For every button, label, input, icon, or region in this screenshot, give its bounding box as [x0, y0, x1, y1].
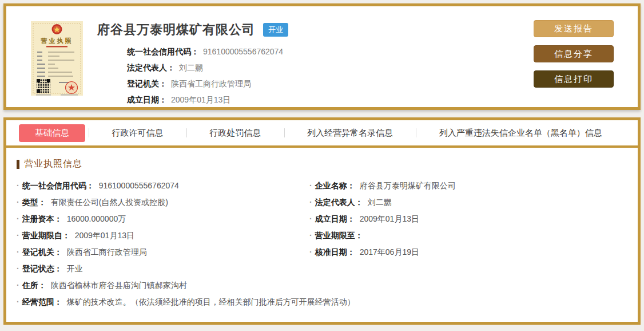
tab-admin-permit-info[interactable]: 行政许可信息	[89, 124, 186, 142]
field-value: 煤矿的技术改造。（依法须经批准的项目，经相关部门批准后方可开展经营活动）	[67, 294, 355, 310]
qr-code-icon	[37, 79, 50, 93]
field-label: 成立日期：	[127, 95, 167, 104]
field-label: 统一社会信用代码：	[127, 47, 199, 56]
tab-basic-info[interactable]: 基础信息	[19, 124, 85, 142]
header-field-legal-rep: 法定代表人：刘二嬲	[97, 60, 534, 76]
company-name: 府谷县万泰明煤矿有限公司	[97, 21, 255, 38]
tab-admin-penalty-info[interactable]: 行政处罚信息	[186, 124, 284, 142]
field-uscc: · 统一社会信用代码： 916100005556762074	[17, 178, 309, 194]
field-label: 企业名称：	[315, 178, 355, 194]
business-license-graphic: 营业执照	[29, 20, 85, 97]
bullet-dot: ·	[309, 227, 312, 244]
bullet-dot: ·	[17, 178, 19, 194]
field-label: 类型：	[22, 194, 46, 211]
field-value: 2009年01月13日	[360, 211, 419, 227]
bullet-dot: ·	[17, 211, 19, 227]
section-title: 营业执照信息	[17, 158, 627, 170]
bullet-dot: ·	[309, 244, 312, 261]
header-actions: 发送报告 信息分享 信息打印	[534, 20, 614, 96]
field-value: 陕西省工商行政管理局	[171, 79, 251, 88]
field-label: 统一社会信用代码：	[22, 178, 94, 194]
field-value: 陕西省榆林市府谷县庙沟门镇郝家沟村	[51, 277, 187, 294]
field-establishment-date: · 成立日期： 2009年01月13日	[309, 211, 627, 227]
bullet-dot: ·	[17, 194, 19, 211]
header-field-est-date: 成立日期：2009年01月13日	[97, 92, 534, 108]
tab-abnormal-operation-info[interactable]: 列入经营异常名录信息	[284, 124, 416, 142]
field-label: 登记机关：	[22, 244, 62, 261]
red-seal-icon	[66, 82, 78, 94]
license-info-section: 营业执照信息 · 统一社会信用代码： 916100005556762074 · …	[6, 148, 638, 310]
table-row: · 住所： 陕西省榆林市府谷县庙沟门镇郝家沟村	[17, 277, 627, 294]
status-badge: 开业	[263, 23, 288, 37]
field-value: 2009年01月13日	[171, 95, 230, 104]
table-row: · 经营范围： 煤矿的技术改造。（依法须经批准的项目，经相关部门批准后方可开展经…	[17, 294, 627, 310]
field-value: 916100005556762074	[99, 178, 179, 194]
field-label: 法定代表人：	[127, 63, 175, 72]
section-title-text: 营业执照信息	[24, 158, 82, 170]
field-value: 府谷县万泰明煤矿有限公司	[360, 178, 456, 194]
field-value: 16000.000000万	[67, 211, 126, 227]
bullet-dot: ·	[309, 194, 312, 211]
field-registered-capital: · 注册资本： 16000.000000万	[17, 211, 309, 227]
table-row: · 类型： 有限责任公司(自然人投资或控股) · 法定代表人： 刘二嬲	[17, 194, 627, 211]
field-term-to: · 营业期限至：	[309, 227, 627, 244]
field-value: 刘二嬲	[368, 194, 392, 211]
field-value: 开业	[67, 261, 83, 277]
tab-blacklist-info[interactable]: 列入严重违法失信企业名单（黑名单）信息	[416, 124, 625, 142]
license-title-text: 营业执照	[41, 37, 73, 44]
send-report-button[interactable]: 发送报告	[534, 20, 614, 37]
header-field-uscc: 统一社会信用代码：916100005556762074	[97, 44, 534, 60]
print-info-button[interactable]: 信息打印	[534, 70, 614, 88]
tab-bar: 基础信息 行政许可信息 行政处罚信息 列入经营异常名录信息 列入严重违法失信企业…	[6, 120, 638, 148]
bullet-dot: ·	[17, 227, 19, 244]
field-label: 经营范围：	[22, 294, 62, 310]
table-row: · 营业期限自： 2009年01月13日 · 营业期限至：	[17, 227, 627, 244]
field-value: 916100005556762074	[203, 47, 283, 56]
field-term-from: · 营业期限自： 2009年01月13日	[17, 227, 309, 244]
business-license-image: 营业执照	[29, 20, 85, 97]
field-label: 登记状态：	[22, 261, 62, 277]
field-reg-status: · 登记状态： 开业	[17, 261, 309, 277]
field-label: 核准日期：	[315, 244, 355, 261]
license-info-grid: · 统一社会信用代码： 916100005556762074 · 企业名称： 府…	[17, 178, 627, 310]
field-company-name: · 企业名称： 府谷县万泰明煤矿有限公司	[309, 178, 627, 194]
bullet-dot: ·	[17, 294, 19, 310]
bullet-dot: ·	[17, 261, 19, 277]
table-row: · 统一社会信用代码： 916100005556762074 · 企业名称： 府…	[17, 178, 627, 194]
field-label: 营业期限至：	[315, 227, 363, 244]
bullet-dot: ·	[17, 277, 19, 294]
field-business-scope: · 经营范围： 煤矿的技术改造。（依法须经批准的项目，经相关部门批准后方可开展经…	[17, 294, 355, 310]
field-value: 刘二嬲	[179, 63, 203, 72]
field-label: 登记机关：	[127, 79, 167, 88]
field-value: 有限责任公司(自然人投资或控股)	[51, 194, 168, 211]
table-row: · 注册资本： 16000.000000万 · 成立日期： 2009年01月13…	[17, 211, 627, 227]
bullet-dot: ·	[309, 211, 312, 227]
national-emblem-icon	[52, 24, 62, 34]
field-label: 营业期限自：	[22, 227, 70, 244]
field-legal-rep: · 法定代表人： 刘二嬲	[309, 194, 627, 211]
field-label: 住所：	[22, 277, 46, 294]
table-row: · 登记机关： 陕西省工商行政管理局 · 核准日期： 2017年06月19日	[17, 244, 627, 261]
field-label: 成立日期：	[315, 211, 355, 227]
field-approval-date: · 核准日期： 2017年06月19日	[309, 244, 627, 261]
table-row: · 登记状态： 开业	[17, 261, 627, 277]
field-label: 注册资本：	[22, 211, 62, 227]
header-field-reg-authority: 登记机关：陕西省工商行政管理局	[97, 76, 534, 92]
share-info-button[interactable]: 信息分享	[534, 45, 614, 62]
field-value: 2017年06月19日	[360, 244, 419, 261]
field-value: 2009年01月13日	[75, 227, 134, 244]
section-title-bar-icon	[17, 160, 19, 169]
detail-panel: 基础信息 行政许可信息 行政处罚信息 列入经营异常名录信息 列入严重违法失信企业…	[3, 117, 641, 325]
bullet-dot: ·	[309, 178, 312, 194]
company-summary: 府谷县万泰明煤矿有限公司 开业 统一社会信用代码：916100005556762…	[97, 20, 534, 96]
field-value: 陕西省工商行政管理局	[67, 244, 147, 261]
field-company-type: · 类型： 有限责任公司(自然人投资或控股)	[17, 194, 309, 211]
company-header-panel: 营业执照	[3, 3, 641, 110]
field-reg-authority: · 登记机关： 陕西省工商行政管理局	[17, 244, 309, 261]
field-label: 法定代表人：	[315, 194, 363, 211]
bullet-dot: ·	[17, 244, 19, 261]
field-address: · 住所： 陕西省榆林市府谷县庙沟门镇郝家沟村	[17, 277, 187, 294]
